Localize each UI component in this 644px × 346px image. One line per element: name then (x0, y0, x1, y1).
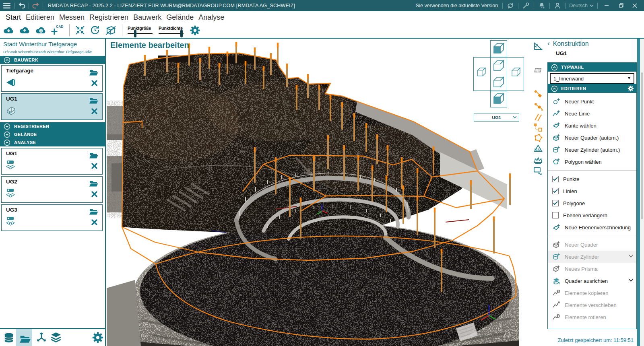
clip-box-icon[interactable] (105, 25, 117, 36)
section-analyse[interactable]: ANALYSE (0, 138, 105, 146)
menu-editieren[interactable]: Editieren (23, 12, 57, 23)
action-polygon-waehlen[interactable]: Polygon wählen (548, 156, 636, 168)
cube-front-icon[interactable] (492, 60, 506, 72)
panel-back[interactable]: ‹ Konstruktion (547, 40, 589, 47)
toggle-ebenen-verlaengern[interactable]: Ebenen verlängern (548, 209, 636, 221)
action-neuer-quader-autom[interactable]: Neuer Quader (autom.) (548, 132, 636, 144)
toggle-punkte[interactable]: Punkte (548, 173, 636, 185)
screen-share-icon[interactable] (533, 166, 543, 176)
linked-squares-icon[interactable] (533, 122, 543, 133)
collapse-icon[interactable] (551, 85, 558, 92)
sync-icon[interactable] (506, 2, 514, 10)
polygon-points-icon[interactable] (533, 133, 543, 143)
menu-bauwerk[interactable]: Bauwerk (131, 12, 164, 23)
tool-neuer-quader[interactable]: Neuer Quader (548, 239, 636, 251)
checkbox-unchecked[interactable] (552, 212, 559, 218)
hamburger-icon[interactable] (2, 2, 12, 10)
refresh-history-icon[interactable] (90, 25, 101, 35)
cloud-upload-icon[interactable] (19, 26, 31, 35)
menu-gelaende[interactable]: Gelände (164, 12, 196, 23)
expand-icon[interactable] (4, 123, 10, 130)
point-cloud-scene[interactable] (107, 39, 535, 346)
checkbox-checked[interactable] (552, 188, 559, 194)
expand-icon[interactable] (4, 131, 10, 138)
link-a-icon[interactable] (533, 89, 543, 99)
typwahl-header[interactable]: TYPWAHL (548, 63, 636, 72)
open-folder-button[interactable] (89, 68, 99, 76)
crown-icon[interactable] (533, 154, 543, 165)
axes-icon[interactable] (35, 332, 47, 344)
analyse-item-ug2[interactable]: UG2 (1, 176, 103, 203)
delete-button[interactable] (91, 79, 99, 87)
cube-back-icon[interactable] (492, 76, 506, 89)
checkbox-checked[interactable] (552, 200, 559, 206)
chevron-down-icon[interactable] (629, 279, 633, 282)
section-bauwerk[interactable]: BAUWERK (0, 56, 105, 64)
type-dropdown[interactable]: 1_Innenwand (550, 73, 634, 84)
toggle-polygone[interactable]: Polygone (548, 197, 636, 209)
restore-button[interactable] (615, 1, 626, 10)
angle-measure-icon[interactable]: α (533, 41, 543, 51)
open-folder-button[interactable] (89, 207, 99, 215)
cloud-web-icon[interactable] (35, 26, 47, 35)
gear-icon[interactable] (627, 85, 634, 92)
scrollbar-thumb[interactable] (641, 72, 643, 219)
delete-button[interactable] (91, 190, 99, 198)
section-gelaende[interactable]: GELÄNDE (0, 130, 105, 138)
layers-icon[interactable] (50, 332, 62, 344)
folder-icon[interactable] (19, 333, 31, 344)
collapse-icon[interactable] (4, 57, 10, 64)
bauwerk-item-ug1[interactable]: UG1 (1, 93, 103, 120)
editieren-header[interactable]: EDITIEREN (548, 84, 636, 93)
toggle-linien[interactable]: Linien (548, 185, 636, 197)
open-folder-button[interactable] (89, 151, 99, 159)
open-folder-button[interactable] (89, 96, 99, 104)
user-icon[interactable] (553, 2, 561, 10)
tool-elemente-verschieben[interactable]: Elemente verschieben (548, 299, 636, 311)
redo-icon[interactable] (31, 2, 40, 10)
fit-view-icon[interactable] (75, 25, 85, 35)
link-b-icon[interactable] (533, 101, 543, 112)
undo-icon[interactable] (17, 2, 26, 10)
checkbox-checked[interactable] (552, 176, 559, 182)
projection-icon[interactable] (533, 143, 543, 154)
action-neue-ebenenverschneidung[interactable]: Neue Ebenenverschneidung (548, 221, 636, 233)
parallel-icon[interactable] (533, 112, 543, 123)
chevron-down-icon[interactable] (629, 255, 633, 258)
database-icon[interactable] (3, 332, 15, 344)
cube-bottom-icon[interactable] (492, 93, 506, 105)
cube-left-icon[interactable] (476, 67, 487, 78)
action-neuer-zylinder-autom[interactable]: Neuer Zylinder (autom.) (548, 144, 636, 156)
minimize-button[interactable] (601, 1, 612, 10)
viewport[interactable]: Elemente bearbeiten UG1 (107, 39, 535, 346)
point-size-slider[interactable] (128, 33, 153, 34)
tool-neues-prisma[interactable]: Neues Prisma (548, 263, 636, 275)
wrench-icon[interactable] (522, 2, 530, 10)
section-registrieren[interactable]: REGISTRIEREN (0, 122, 105, 130)
action-neue-linie[interactable]: Neue Linie (548, 107, 636, 119)
collapse-icon[interactable] (4, 139, 10, 146)
menu-start[interactable]: Start (3, 12, 23, 23)
level-dropdown[interactable]: UG1 (474, 113, 519, 122)
delete-button[interactable] (91, 218, 99, 227)
open-folder-button[interactable] (89, 179, 99, 187)
menu-registrieren[interactable]: Registrieren (87, 12, 131, 23)
delete-button[interactable] (91, 107, 99, 115)
action-kante-waehlen[interactable]: Kante wählen (548, 119, 636, 132)
cloud-download-icon[interactable] (3, 26, 14, 35)
tool-elemente-rotieren[interactable]: Elemente rotieren (548, 311, 636, 323)
gear-icon[interactable] (92, 332, 104, 344)
language-selector[interactable]: Deutsch (569, 3, 594, 8)
point-density-slider[interactable] (159, 33, 184, 34)
cube-top-icon[interactable] (492, 42, 506, 55)
close-button[interactable] (630, 1, 640, 10)
cube-right-icon[interactable] (510, 67, 522, 78)
menu-analyse[interactable]: Analyse (196, 12, 227, 23)
raster-icon[interactable] (533, 65, 543, 76)
scrollbar[interactable] (640, 39, 644, 346)
bauwerk-item-tiefgarage[interactable]: Tiefgarage (1, 65, 103, 92)
settings-gear-icon[interactable] (190, 25, 200, 36)
tool-quader-ausrichten[interactable]: Quader ausrichten (548, 275, 636, 287)
view-cube[interactable] (473, 40, 524, 107)
slider-handle[interactable] (180, 30, 183, 37)
